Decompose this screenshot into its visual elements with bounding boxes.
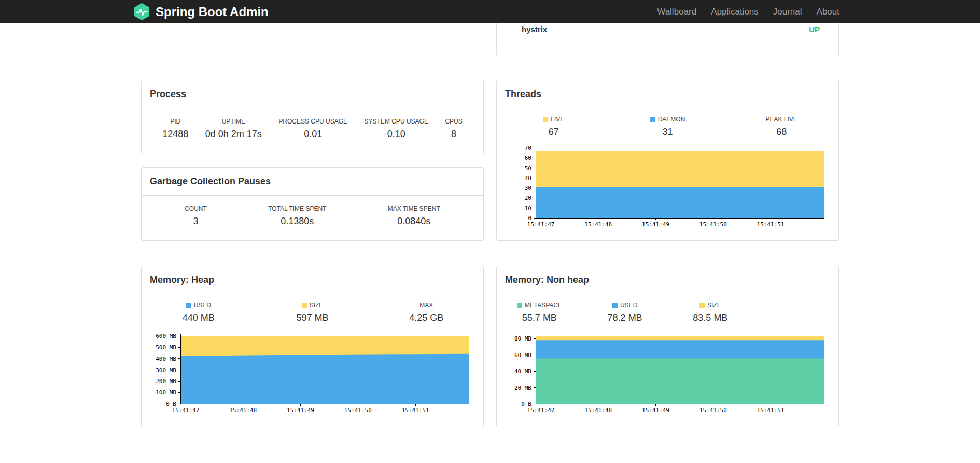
process-metrics: PID 12488 UPTIME 0d 0h 2m 17s PROCESS CP… <box>142 108 483 140</box>
brand[interactable]: Spring Boot Admin <box>133 3 269 20</box>
svg-text:300 MB: 300 MB <box>156 367 176 374</box>
gc-metrics: COUNT 3 TOTAL TIME SPENT 0.1380s MAX TIM… <box>142 196 483 227</box>
threads-card: Threads LIVE 67 DAEMON 31 <box>496 80 839 241</box>
threads-legend: LIVE 67 DAEMON 31 PEAK LIVE 68 <box>497 108 838 138</box>
memory-heap-card: Memory: Heap USED 440 MB SIZE 597 MB <box>141 266 484 427</box>
legend-nonheap-max <box>753 302 838 323</box>
metric-system-cpu: SYSTEM CPU USAGE 0.10 <box>365 118 428 140</box>
metric-pid: PID 12488 <box>162 118 188 140</box>
svg-text:50: 50 <box>525 165 531 172</box>
svg-text:15:41:50: 15:41:50 <box>699 407 727 414</box>
navbar: Spring Boot Admin Wallboard Applications… <box>0 0 980 23</box>
svg-text:70: 70 <box>525 145 531 152</box>
metric-cpus: CPUS 8 <box>445 118 462 140</box>
nav-link-about[interactable]: About <box>809 7 847 17</box>
legend-live: LIVE 67 <box>497 116 611 138</box>
nonheap-size-swatch <box>699 303 705 308</box>
svg-text:500 MB: 500 MB <box>156 344 176 351</box>
svg-text:15:41:47: 15:41:47 <box>527 221 555 228</box>
svg-text:15:41:51: 15:41:51 <box>757 407 785 414</box>
heap-used-swatch <box>186 303 191 308</box>
metric-uptime: UPTIME 0d 0h 2m 17s <box>205 118 262 140</box>
application-status-card: hystrix UP <box>496 23 839 56</box>
svg-text:15:41:48: 15:41:48 <box>584 221 612 228</box>
svg-text:15:41:49: 15:41:49 <box>642 407 669 414</box>
main-content: Process PID 12488 UPTIME 0d 0h 2m 17s PR… <box>141 23 839 427</box>
svg-text:15:41:49: 15:41:49 <box>287 407 314 414</box>
heap-legend: USED 440 MB SIZE 597 MB MAX 4.25 GB <box>142 294 483 323</box>
memory-nonheap-chart: 0 B20 MB40 MB60 MB80 MB15:41:4715:41:481… <box>497 328 839 416</box>
nav-link-wallboard[interactable]: Wallboard <box>650 7 704 17</box>
brand-title: Spring Boot Admin <box>156 5 269 19</box>
legend-daemon: DAEMON 31 <box>611 116 725 138</box>
right-column: hystrix UP Threads LIVE 67 DAEMON <box>496 23 839 427</box>
service-name: hystrix <box>522 25 547 34</box>
legend-nonheap-used: USED 78.2 MB <box>582 302 668 323</box>
svg-text:80 MB: 80 MB <box>514 335 531 342</box>
process-card-title: Process <box>142 80 483 108</box>
legend-metaspace: METASPACE 55.7 MB <box>497 302 582 323</box>
legend-heap-used: USED 440 MB <box>142 302 256 323</box>
threads-card-title: Threads <box>497 80 838 108</box>
daemon-swatch <box>650 117 655 122</box>
svg-text:30: 30 <box>525 185 531 192</box>
threads-chart: 01020304050607015:41:4715:41:4815:41:491… <box>497 142 839 230</box>
nav-link-journal[interactable]: Journal <box>766 7 809 17</box>
svg-text:15:41:51: 15:41:51 <box>757 221 785 228</box>
svg-text:15:41:47: 15:41:47 <box>527 407 555 414</box>
svg-text:400 MB: 400 MB <box>156 356 176 362</box>
metric-gc-max-time: MAX TIME SPENT 0.0840s <box>388 205 440 227</box>
nav-link-applications[interactable]: Applications <box>704 7 766 17</box>
svg-text:15:41:48: 15:41:48 <box>229 407 257 414</box>
svg-text:15:41:50: 15:41:50 <box>344 407 372 414</box>
legend-heap-max: MAX 4.25 GB <box>369 302 483 323</box>
memory-nonheap-card: Memory: Non heap METASPACE 55.7 MB USED … <box>496 266 839 427</box>
memory-heap-card-title: Memory: Heap <box>142 266 483 294</box>
gc-card: Garbage Collection Pauses COUNT 3 TOTAL … <box>141 167 484 241</box>
status-row-hystrix[interactable]: hystrix UP <box>497 23 838 38</box>
svg-text:15:41:47: 15:41:47 <box>172 407 200 414</box>
svg-text:600 MB: 600 MB <box>156 333 176 339</box>
svg-text:40 MB: 40 MB <box>514 368 531 375</box>
legend-peak-live: PEAK LIVE 68 <box>724 116 838 138</box>
legend-nonheap-size: SIZE 83.5 MB <box>668 302 753 323</box>
metric-gc-count: COUNT 3 <box>185 205 207 227</box>
gc-card-title: Garbage Collection Pauses <box>142 168 483 196</box>
svg-text:15:41:51: 15:41:51 <box>402 407 429 414</box>
nonheap-legend: METASPACE 55.7 MB USED 78.2 MB SIZE <box>497 294 838 323</box>
metric-gc-total-time: TOTAL TIME SPENT 0.1380s <box>268 205 326 227</box>
svg-text:20: 20 <box>525 195 531 201</box>
memory-nonheap-card-title: Memory: Non heap <box>497 266 838 294</box>
svg-text:200 MB: 200 MB <box>156 378 176 385</box>
metric-process-cpu: PROCESS CPU USAGE 0.01 <box>278 118 347 140</box>
process-card: Process PID 12488 UPTIME 0d 0h 2m 17s PR… <box>141 80 484 154</box>
heap-size-swatch <box>302 303 307 308</box>
metaspace-swatch <box>517 303 522 308</box>
svg-text:40: 40 <box>525 175 531 182</box>
svg-text:20 MB: 20 MB <box>514 385 531 391</box>
nav-links: Wallboard Applications Journal About <box>650 0 847 23</box>
live-swatch <box>543 117 548 122</box>
svg-text:60 MB: 60 MB <box>514 352 531 359</box>
svg-text:15:41:50: 15:41:50 <box>699 221 727 228</box>
spring-boot-admin-logo-icon <box>133 3 150 20</box>
nonheap-used-swatch <box>612 303 618 308</box>
status-badge: UP <box>809 25 820 34</box>
left-column: Process PID 12488 UPTIME 0d 0h 2m 17s PR… <box>141 80 484 427</box>
svg-text:15:41:49: 15:41:49 <box>642 221 669 228</box>
svg-text:15:41:48: 15:41:48 <box>584 407 612 414</box>
svg-text:10: 10 <box>525 205 531 212</box>
svg-text:100 MB: 100 MB <box>156 389 176 396</box>
legend-heap-size: SIZE 597 MB <box>256 302 370 323</box>
svg-text:60: 60 <box>525 155 531 161</box>
memory-heap-chart: 0 B100 MB200 MB300 MB400 MB500 MB600 MB1… <box>142 328 484 416</box>
